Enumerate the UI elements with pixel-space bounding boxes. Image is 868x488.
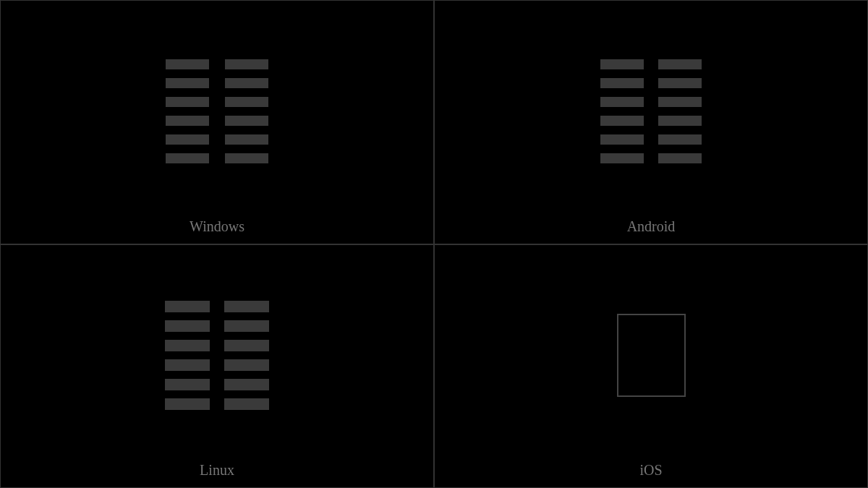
hexagram-line: [166, 153, 268, 163]
hexagram-line: [600, 97, 702, 107]
hexagram-segment: [165, 379, 210, 390]
hexagram-line: [165, 379, 269, 390]
hexagram-line: [600, 134, 702, 145]
platform-label-windows: Windows: [190, 218, 244, 235]
hexagram-glyph-icon: [600, 59, 702, 163]
hexagram-segment: [658, 134, 702, 145]
hexagram-line: [165, 359, 269, 371]
hexagram-glyph-icon: [165, 301, 269, 410]
hexagram-segment: [224, 301, 269, 312]
hexagram-line: [166, 59, 268, 69]
hexagram-line: [165, 301, 269, 312]
hexagram-segment: [166, 116, 209, 126]
missing-glyph-box-icon: [617, 314, 686, 397]
hexagram-segment: [225, 59, 268, 69]
hexagram-segment: [225, 116, 268, 126]
hexagram-glyph-icon: [166, 59, 268, 163]
hexagram-segment: [600, 97, 644, 107]
hexagram-line: [600, 78, 702, 88]
hexagram-segment: [165, 301, 210, 312]
glyph-container-windows: [1, 25, 433, 198]
hexagram-segment: [658, 153, 702, 163]
hexagram-line: [165, 398, 269, 410]
hexagram-line: [166, 78, 268, 88]
hexagram-segment: [600, 78, 644, 88]
platform-label-ios: iOS: [639, 462, 662, 479]
cell-android: Android: [434, 0, 868, 244]
hexagram-segment: [224, 320, 269, 332]
hexagram-segment: [600, 134, 644, 145]
glyph-container-android: [435, 25, 867, 198]
hexagram-segment: [600, 153, 644, 163]
cell-windows: Windows: [0, 0, 434, 244]
hexagram-segment: [225, 153, 268, 163]
hexagram-segment: [166, 59, 209, 69]
cell-ios: iOS: [434, 244, 868, 489]
hexagram-segment: [166, 134, 209, 145]
hexagram-segment: [165, 320, 210, 332]
hexagram-segment: [224, 379, 269, 390]
hexagram-segment: [225, 97, 268, 107]
hexagram-segment: [225, 78, 268, 88]
hexagram-segment: [165, 340, 210, 351]
hexagram-line: [166, 97, 268, 107]
platform-label-linux: Linux: [200, 462, 234, 479]
hexagram-segment: [600, 59, 644, 69]
hexagram-line: [166, 134, 268, 145]
hexagram-line: [600, 116, 702, 126]
hexagram-segment: [166, 78, 209, 88]
hexagram-segment: [224, 398, 269, 410]
hexagram-segment: [165, 398, 210, 410]
cell-linux: Linux: [0, 244, 434, 489]
hexagram-segment: [658, 97, 702, 107]
hexagram-segment: [224, 359, 269, 371]
hexagram-segment: [600, 116, 644, 126]
hexagram-segment: [166, 97, 209, 107]
hexagram-line: [165, 320, 269, 332]
glyph-container-linux: [1, 268, 433, 442]
hexagram-line: [165, 340, 269, 351]
hexagram-segment: [658, 116, 702, 126]
hexagram-line: [166, 116, 268, 126]
platform-label-android: Android: [627, 218, 676, 235]
hexagram-segment: [658, 59, 702, 69]
hexagram-segment: [225, 134, 268, 145]
hexagram-segment: [224, 340, 269, 351]
hexagram-line: [600, 153, 702, 163]
hexagram-segment: [166, 153, 209, 163]
hexagram-line: [600, 59, 702, 69]
hexagram-segment: [165, 359, 210, 371]
hexagram-segment: [658, 78, 702, 88]
glyph-container-ios: [435, 268, 867, 442]
